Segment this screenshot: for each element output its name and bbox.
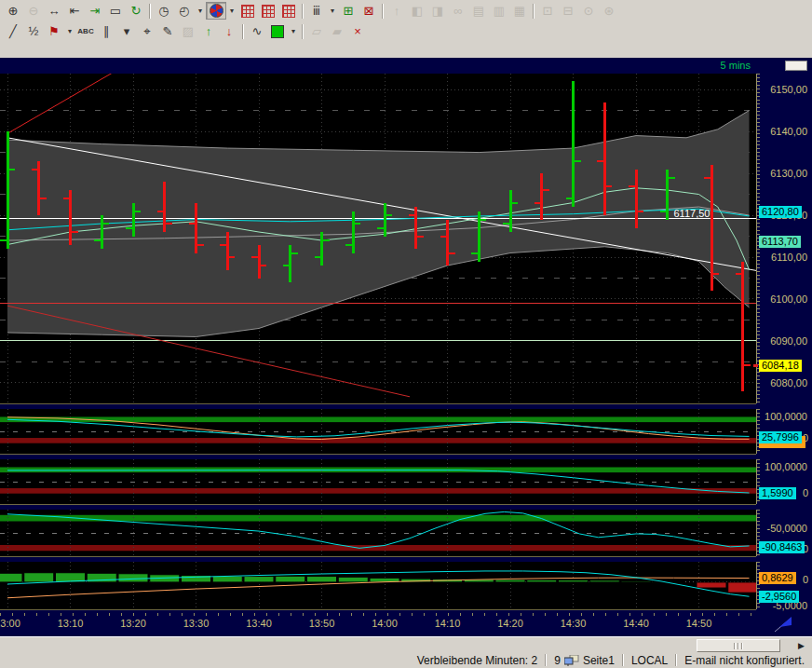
trendline-tool-button[interactable]: ╱: [3, 22, 23, 40]
up-marker-icon: ↑: [206, 25, 212, 37]
flag-marker-button[interactable]: ⚑: [44, 22, 64, 40]
add-study-button[interactable]: ⊞: [338, 2, 359, 20]
edit-tool-button[interactable]: ✎: [157, 22, 178, 40]
parallel-lines-tool-icon: ∥: [103, 25, 110, 37]
down-marker-button[interactable]: ↓: [219, 22, 239, 40]
price-annotation: 6117,50: [674, 208, 710, 219]
next-page-icon: ◨: [432, 5, 443, 17]
monitor-grid-button: ⊡: [537, 2, 558, 20]
clock-button[interactable]: ◷: [154, 2, 174, 20]
scrollbar-right-arrow[interactable]: ▶: [798, 641, 805, 650]
indicator-value-chip: -90,8463: [759, 541, 805, 553]
scrollbar-thumb[interactable]: [697, 639, 780, 652]
grid-coarse-button[interactable]: [278, 2, 299, 20]
time-tick-label: 14:20: [492, 618, 529, 629]
zoom-in-button[interactable]: ⊕: [3, 2, 23, 20]
histogram-bar: [559, 580, 589, 582]
toolbar: ⊕⊖↔⇤⇥▭↻◷◴▾▾ⅲ▾⊞⊠↑◧◨∞▤▥▦⊡⊟⊙⊛ ╱½⚑▾ABC∥▾⌖✎▨↑…: [0, 0, 812, 58]
fibonacci-tool-icon: ½: [29, 25, 39, 37]
main-chart-canvas: 6117,50: [0, 74, 756, 403]
fibonacci-tool-button[interactable]: ½: [23, 22, 44, 40]
chart-frame-button[interactable]: ▭: [105, 2, 126, 20]
text-tool-button[interactable]: ABC: [75, 22, 96, 40]
toolbar-separator: [242, 24, 244, 39]
oscillator-3-axis: -50,0000-90,84630: [756, 510, 812, 556]
bar-style-dropdown[interactable]: ▾: [327, 2, 338, 20]
price-tick-label: 6080,00: [770, 377, 807, 389]
indicator-axis-label: 100,0000: [765, 411, 807, 422]
indicator-value-chip: 1,5990: [759, 487, 796, 499]
monitor-clock-button: ⊙: [578, 2, 599, 20]
oscillator-1-plot[interactable]: [0, 409, 756, 455]
flag-marker-dropdown[interactable]: ▾: [64, 22, 75, 40]
oscillator-3-plot[interactable]: [0, 510, 756, 557]
oscillator-2-canvas: [0, 459, 756, 504]
oscillator-2-plot[interactable]: [0, 459, 756, 505]
tools-dropdown-button[interactable]: ▾: [116, 22, 137, 40]
find-icon: ∞: [453, 5, 462, 17]
time-tick-label: 13:40: [240, 618, 277, 629]
macd-axis: 0,86290-2,9560-5,0000: [756, 562, 812, 609]
delete-drawing-button[interactable]: ×: [347, 22, 368, 40]
horizontal-scrollbar[interactable]: ▶: [0, 636, 812, 652]
scroll-right-icon: ⇥: [90, 5, 101, 17]
scale-fit-icon: ↔: [48, 5, 61, 17]
histogram-bar: [212, 576, 242, 582]
macd-canvas: [0, 562, 756, 609]
edit-tool-icon: ✎: [163, 25, 173, 37]
bar-style-button[interactable]: ⅲ: [306, 2, 327, 20]
overlay-tool-icon: ∿: [252, 25, 263, 37]
monitor-key-icon: ⊛: [604, 5, 615, 17]
time-tick-label: 13:20: [115, 618, 152, 629]
push-back-button: ▱: [306, 22, 327, 40]
move-up-button: ↑: [386, 2, 407, 20]
jump-to-end-flag-icon[interactable]: [771, 615, 797, 634]
up-marker-button[interactable]: ↑: [198, 22, 219, 40]
histogram-bar: [24, 573, 54, 582]
grid-medium-icon: [262, 5, 275, 18]
grid-medium-button[interactable]: [258, 2, 278, 20]
tools-dropdown-icon: ▾: [124, 25, 130, 37]
reload-chart-button[interactable]: ↻: [126, 2, 146, 20]
remove-study-button[interactable]: ⊠: [359, 2, 379, 20]
chart-window-button[interactable]: [785, 61, 807, 71]
push-back-icon: ▱: [312, 25, 321, 37]
axis-zero-label: 0: [803, 574, 808, 585]
price-value-chip: 6084,18: [759, 360, 802, 372]
chart-window: 5 mins 13:0013:1013:2013:3013:4013:5014:…: [0, 58, 812, 636]
color-wheel-dropdown[interactable]: ▾: [226, 2, 237, 20]
color-wheel-button[interactable]: [206, 2, 226, 20]
interval-label: 5 mins: [721, 60, 751, 71]
grid-fine-button[interactable]: [237, 2, 258, 20]
color-swatch-button[interactable]: [267, 22, 288, 40]
reload-chart-icon: ↻: [131, 5, 142, 17]
quote-list-2-icon: ▥: [494, 5, 505, 17]
price-value-chip: 6113,70: [759, 236, 801, 248]
toolbar-row-2: ╱½⚑▾ABC∥▾⌖✎▨↑↓∿▾▱▰×: [0, 20, 812, 41]
main-chart-plot[interactable]: 6117,50: [0, 74, 756, 404]
flag-marker-icon: ⚑: [48, 25, 60, 37]
histogram-bar: [728, 582, 756, 593]
timeframe-clock-icon: ◴: [179, 5, 189, 17]
pointer-tool-icon: ⌖: [143, 25, 150, 37]
parallel-lines-tool-button[interactable]: ∥: [96, 22, 116, 40]
toolbar-separator: [149, 4, 151, 19]
find-button: ∞: [448, 2, 468, 20]
scale-fit-button[interactable]: ↔: [44, 2, 64, 20]
bring-front-button: ▰: [327, 22, 347, 40]
time-tick-label: 14:30: [555, 618, 592, 629]
price-tick-label: 6100,00: [770, 293, 807, 305]
timeframe-clock-dropdown[interactable]: ▾: [195, 2, 206, 20]
macd-plot[interactable]: [0, 562, 756, 610]
histogram-bar: [495, 579, 525, 582]
pointer-tool-button[interactable]: ⌖: [137, 22, 157, 40]
color-swatch-dropdown[interactable]: ▾: [288, 22, 299, 40]
timeframe-clock-button[interactable]: ◴: [174, 2, 195, 20]
color-wheel-icon: [210, 4, 223, 18]
scroll-left-button[interactable]: ⇤: [64, 2, 85, 20]
scroll-right-button[interactable]: ⇥: [85, 2, 105, 20]
quote-list-3-button: ▦: [509, 2, 530, 20]
indicator-axis-label: 100,0000: [765, 461, 807, 472]
down-marker-icon: ↓: [226, 25, 233, 37]
overlay-tool-button[interactable]: ∿: [247, 22, 267, 40]
